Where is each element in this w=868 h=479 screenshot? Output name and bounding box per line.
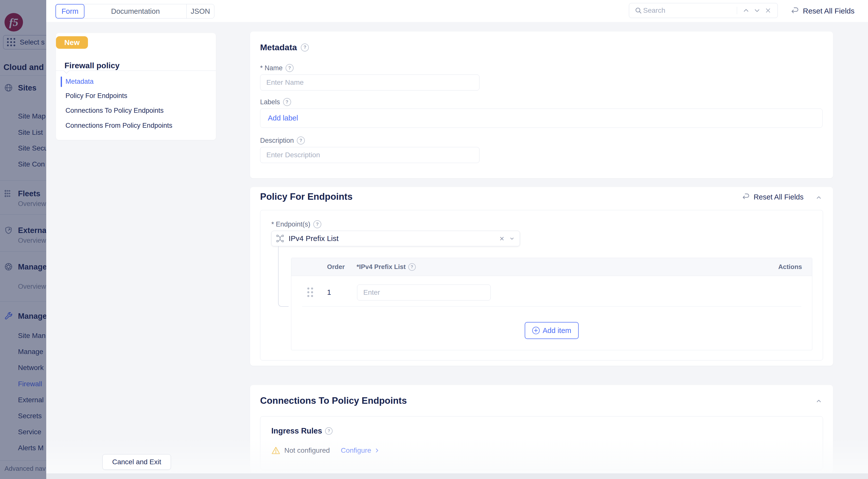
reset-icon [790, 6, 799, 16]
warning-icon [271, 446, 280, 455]
description-field-label: Description ? [260, 137, 305, 145]
policy-title-text: Policy For Endpoints [260, 191, 352, 202]
search-icon [634, 5, 643, 16]
wizard-step-policy-for-endpoints[interactable]: Policy For Endpoints [65, 92, 127, 100]
search-next-icon[interactable] [751, 5, 763, 16]
name-input[interactable] [260, 74, 479, 90]
name-field-label: * Name ? [260, 64, 293, 72]
metadata-section: Metadata ? * Name ? Labels ? Add label D… [250, 31, 833, 178]
collapse-section-icon[interactable] [815, 194, 822, 201]
column-header-prefix-list: *IPv4 Prefix List ? [356, 258, 416, 276]
column-header-order: Order [327, 258, 345, 276]
prefix-list-table: Order *IPv4 Prefix List ? Actions 1 + Ad… [291, 258, 812, 350]
metadata-title-text: Metadata [260, 42, 297, 52]
wizard-nav-card: New Firewall policy Metadata Policy For … [56, 33, 216, 140]
labels-field-label: Labels ? [260, 98, 291, 106]
help-icon[interactable]: ? [297, 137, 305, 145]
collapse-section-icon[interactable] [815, 398, 822, 405]
ingress-status-row: Not configured Configure [271, 446, 380, 455]
description-input[interactable] [260, 147, 479, 163]
tab-documentation[interactable]: Documentation [85, 4, 186, 18]
cancel-and-exit-button[interactable]: Cancel and Exit [102, 454, 171, 470]
wizard-step-metadata[interactable]: Metadata [65, 78, 94, 86]
column-header-actions: Actions [778, 258, 802, 276]
wizard-step-connections-from[interactable]: Connections From Policy Endpoints [65, 122, 173, 129]
wizard-title: Firewall policy [64, 61, 120, 70]
name-label-text: * Name [260, 64, 283, 72]
row-order-value: 1 [327, 288, 331, 297]
add-label-link[interactable]: Add label [268, 114, 298, 122]
reset-all-fields-button[interactable]: Reset All Fields [790, 6, 855, 16]
endpoint-field-label: * Endpoint(s) ? [271, 220, 321, 228]
reset-icon [741, 192, 750, 202]
configure-label: Configure [341, 447, 371, 454]
search-input[interactable] [643, 6, 735, 15]
divider [56, 70, 216, 71]
reset-all-fields-label: Reset All Fields [803, 7, 855, 15]
active-step-indicator [61, 77, 62, 87]
sidebar-dim-overlay [0, 0, 46, 479]
endpoint-select-value: IPv4 Prefix List [288, 234, 499, 243]
search-clear-icon[interactable] [763, 5, 774, 16]
endpoint-select[interactable]: IPv4 Prefix List × [271, 231, 520, 246]
description-label-text: Description [260, 137, 294, 145]
top-header: Form Documentation JSON Reset All Fields [46, 0, 868, 22]
endpoint-type-icon [276, 235, 284, 242]
policy-for-endpoints-section: Policy For Endpoints Reset All Fields * … [250, 187, 833, 366]
labels-box: Add label [260, 109, 823, 128]
chevron-right-icon [374, 447, 380, 454]
view-tab-group: Form Documentation JSON [56, 4, 214, 19]
ingress-rules-text: Ingress Rules [271, 426, 322, 436]
metadata-section-title: Metadata ? [260, 42, 309, 52]
drag-handle[interactable] [307, 288, 314, 298]
configure-link[interactable]: Configure [341, 447, 380, 454]
add-item-button[interactable]: + Add item [525, 322, 579, 339]
help-icon[interactable]: ? [313, 220, 321, 228]
footer-strip [46, 474, 868, 479]
status-badge: Not configured [284, 447, 330, 454]
policy-reset-all-fields-button[interactable]: Reset All Fields [741, 192, 804, 202]
tab-json[interactable]: JSON [186, 4, 214, 18]
labels-label-text: Labels [260, 98, 280, 106]
help-icon[interactable]: ? [301, 43, 309, 52]
chevron-down-icon[interactable] [509, 235, 515, 242]
help-icon[interactable]: ? [408, 263, 416, 271]
endpoint-label-text: * Endpoint(s) [271, 220, 310, 228]
connections-section-title: Connections To Policy Endpoints [260, 395, 407, 406]
help-icon[interactable]: ? [283, 98, 291, 106]
new-badge: New [56, 36, 88, 49]
plus-icon: + [532, 327, 540, 334]
search-box [629, 3, 778, 18]
table-header-row: Order *IPv4 Prefix List ? Actions [291, 258, 812, 276]
tab-form[interactable]: Form [56, 4, 85, 19]
ingress-rules-title: Ingress Rules ? [271, 426, 333, 436]
help-icon[interactable]: ? [325, 427, 333, 435]
prefix-list-input[interactable] [357, 285, 491, 300]
connections-to-section: Connections To Policy Endpoints Ingress … [250, 385, 833, 473]
endpoints-inner-box: * Endpoint(s) ? IPv4 Prefix List × Order… [260, 210, 823, 360]
search-prev-icon[interactable] [741, 5, 751, 16]
app-root: Form Documentation JSON Reset All Fields [0, 0, 868, 479]
connections-title-text: Connections To Policy Endpoints [260, 395, 407, 406]
policy-section-title: Policy For Endpoints [260, 191, 352, 202]
wizard-step-connections-to[interactable]: Connections To Policy Endpoints [65, 107, 164, 115]
policy-reset-label: Reset All Fields [753, 193, 804, 201]
help-icon[interactable]: ? [286, 64, 293, 72]
add-item-label: Add item [543, 327, 571, 335]
nesting-connector [278, 246, 288, 307]
ingress-rules-box: Ingress Rules ? Not configured Configure [260, 416, 823, 470]
clear-selection-icon[interactable]: × [499, 234, 504, 243]
